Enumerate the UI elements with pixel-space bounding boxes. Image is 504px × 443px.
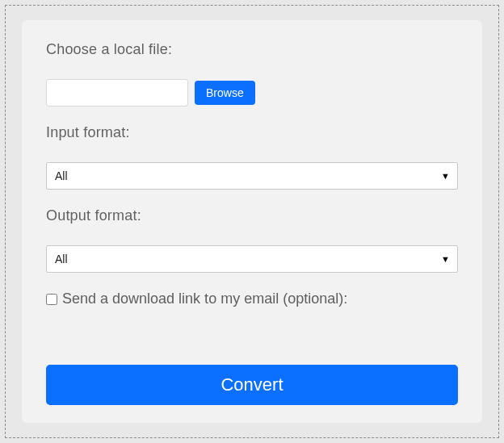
email-option-label: Send a download link to my email (option… [62, 290, 347, 307]
input-format-label: Input format: [46, 124, 458, 141]
convert-panel: Choose a local file: Browse Input format… [22, 20, 482, 423]
output-format-select-wrap: All ▼ [46, 245, 458, 273]
upload-dropzone[interactable]: Choose a local file: Browse Input format… [5, 5, 499, 438]
output-format-select[interactable]: All [46, 245, 458, 273]
email-checkbox[interactable] [46, 294, 57, 305]
output-format-label: Output format: [46, 207, 458, 224]
convert-button[interactable]: Convert [46, 365, 458, 405]
choose-file-label: Choose a local file: [46, 41, 458, 58]
file-path-input[interactable] [46, 79, 188, 107]
browse-button[interactable]: Browse [195, 81, 255, 105]
input-format-select[interactable]: All [46, 162, 458, 190]
file-row: Browse [46, 79, 458, 107]
input-format-select-wrap: All ▼ [46, 162, 458, 190]
email-option-row: Send a download link to my email (option… [46, 290, 458, 307]
